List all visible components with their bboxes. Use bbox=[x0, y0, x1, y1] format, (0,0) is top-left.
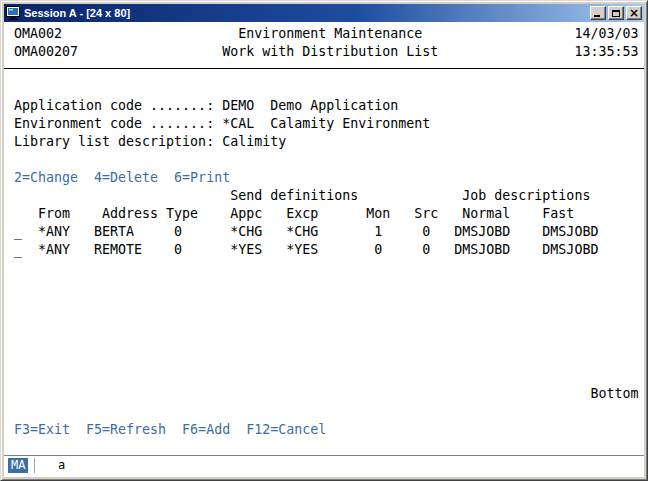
title-bar[interactable]: Session A - [24 x 80] × bbox=[4, 4, 644, 22]
list-row-berta[interactable]: _ *ANY BERTA 0 *CHG *CHG 1 0 DMSJOBD DMS… bbox=[14, 223, 644, 241]
row-blank bbox=[14, 259, 644, 277]
row-blank bbox=[14, 295, 644, 313]
row-function-keys: F3=Exit F5=Refresh F6=Add F12=Cancel bbox=[14, 421, 644, 439]
minimize-icon bbox=[594, 15, 600, 17]
row-bottom-indicator: Bottom bbox=[14, 385, 644, 403]
window-controls: × bbox=[590, 6, 642, 20]
session-icon[interactable] bbox=[6, 6, 20, 20]
oia-divider bbox=[34, 458, 35, 473]
row-blank bbox=[14, 313, 644, 331]
row-blank bbox=[14, 151, 644, 169]
row-blank bbox=[14, 61, 644, 79]
row-blank bbox=[14, 367, 644, 385]
row-application-code: Application code .......: DEMO Demo Appl… bbox=[14, 97, 644, 115]
row-blank bbox=[14, 403, 644, 421]
row-blank bbox=[14, 349, 644, 367]
close-icon: × bbox=[629, 8, 639, 18]
close-button[interactable]: × bbox=[626, 6, 642, 20]
row-blank bbox=[14, 79, 644, 97]
row-panel-id-title-time: OMA00207 Work with Distribution List 13:… bbox=[14, 43, 644, 61]
row-group-headers: Send definitions Job descriptions bbox=[14, 187, 644, 205]
oia-keyboard-indicator: a bbox=[58, 458, 65, 473]
header-separator-line bbox=[4, 68, 644, 69]
row-screen-id-title-date: OMA002 Environment Maintenance 14/03/03 bbox=[14, 25, 644, 43]
oia-status-bar: MA a bbox=[4, 456, 644, 477]
window-title: Session A - [24 x 80] bbox=[24, 7, 590, 19]
session-window: Session A - [24 x 80] × OMA002 Environme… bbox=[0, 0, 648, 481]
minimize-button[interactable] bbox=[590, 6, 606, 20]
row-library-list-description: Library list description: Calimity bbox=[14, 133, 644, 151]
oia-system-indicator: MA bbox=[8, 458, 28, 473]
row-column-headers: From Address Type Appc Excp Mon Src Norm… bbox=[14, 205, 644, 223]
maximize-button[interactable] bbox=[608, 6, 624, 20]
row-blank bbox=[14, 277, 644, 295]
maximize-icon bbox=[612, 10, 620, 17]
list-row-remote[interactable]: _ *ANY REMOTE 0 *YES *YES 0 0 DMSJOBD DM… bbox=[14, 241, 644, 259]
row-options: 2=Change 4=Delete 6=Print bbox=[14, 169, 644, 187]
row-blank bbox=[14, 439, 644, 455]
terminal-screen[interactable]: OMA002 Environment Maintenance 14/03/03 … bbox=[4, 22, 644, 455]
row-environment-code: Environment code .......: *CAL Calamity … bbox=[14, 115, 644, 133]
row-blank bbox=[14, 331, 644, 349]
